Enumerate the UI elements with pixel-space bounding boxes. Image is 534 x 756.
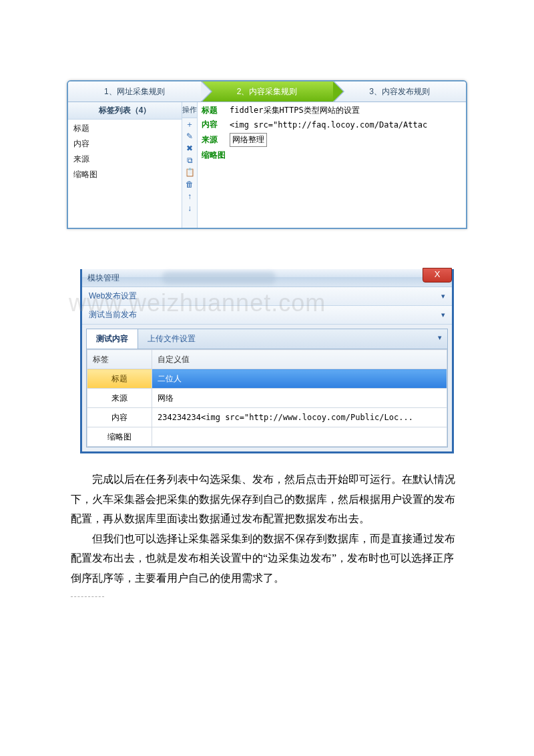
trash-icon[interactable]: 🗑 [182,178,197,190]
tag-list-item[interactable]: 内容 [72,136,178,152]
preview-value-title: fiddler采集HTTPS类型网站的设置 [230,105,462,116]
inner-panel: 测试内容 上传文件设置 ▾ 标签 自定义值 标题 二位人 [86,329,448,447]
grid-cell-value[interactable]: 二位人 [152,369,447,389]
accordion-web-publish[interactable]: Web发布设置 ▾ [82,287,452,306]
grid-row[interactable]: 缩略图 [87,427,447,447]
wizard-step-2[interactable]: 2、内容采集规则 [201,81,334,102]
wizard-step-1-label: 1、网址采集规则 [104,86,165,98]
preview-label-title: 标题 [202,105,230,116]
tag-list-item[interactable]: 缩略图 [72,167,178,182]
accordion-web-publish-label: Web发布设置 [89,291,137,302]
edit-icon[interactable]: ✎ [182,130,197,142]
content-rule-editor-window: 1、网址采集规则 2、内容采集规则 3、内容发布规则 标签列表（4） 标题 内容… [67,80,467,229]
tab-upload-settings-label: 上传文件设置 [148,334,196,343]
chevron-down-icon[interactable]: ▾ [433,329,447,349]
copy-icon[interactable]: ⧉ [182,154,197,166]
wizard-step-1[interactable]: 1、网址采集规则 [68,81,201,102]
grid-row-selected[interactable]: 标题 二位人 [87,369,447,389]
grid-header-value: 自定义值 [152,350,447,369]
operations-column: 操作 ＋ ✎ ✖ ⧉ 📋 🗑 ↑ ↓ [182,102,198,228]
tag-list-item[interactable]: 标题 [72,121,178,136]
paragraph: 但我们也可以选择让采集器采集到的数据不保存到数据库，而是直接通过发布配置发布出去… [71,529,463,588]
tab-bar: 测试内容 上传文件设置 ▾ [87,329,447,349]
test-content-grid: 标签 自定义值 标题 二位人 来源 网络 内容 234234234<img sr… [87,349,447,447]
paragraph: 完成以后在任务列表中勾选采集、发布，然后点击开始即可运行。在默认情况下，火车采集… [71,469,463,529]
article-body: 完成以后在任务列表中勾选采集、发布，然后点击开始即可运行。在默认情况下，火车采集… [67,453,467,597]
preview-panel: 标题 fiddler采集HTTPS类型网站的设置 内容 <img src="ht… [198,102,466,228]
tab-test-content[interactable]: 测试内容 [87,329,138,349]
grid-row[interactable]: 来源 网络 [87,389,447,408]
preview-label-thumb: 缩略图 [202,150,230,161]
tag-list-header: 标签列表（4） [68,102,182,120]
tag-list-panel: 标签列表（4） 标题 内容 来源 缩略图 [68,102,182,228]
accordion-test-publish-label: 测试当前发布 [89,309,137,321]
paste-icon[interactable]: 📋 [182,166,197,178]
delete-icon[interactable]: ✖ [182,142,197,154]
grid-cell-value[interactable] [152,427,447,447]
add-icon[interactable]: ＋ [182,118,197,130]
window-title: 模块管理 [87,272,119,284]
preview-value-source[interactable]: 网络整理 [230,133,267,147]
grid-row[interactable]: 内容 234234234<img src="http://www.locoy.c… [87,408,447,427]
module-manager-window: www.weizhuannet.com 模块管理 X Web发布设置 ▾ 测试当… [80,269,454,453]
grid-header-tag: 标签 [87,350,152,369]
preview-label-content: 内容 [202,119,230,130]
preview-label-source: 来源 [202,134,230,146]
close-button[interactable]: X [423,268,452,282]
grid-cell-key: 内容 [87,408,152,427]
chevron-down-icon: ▾ [441,311,445,319]
tab-test-content-label: 测试内容 [96,334,128,343]
wizard-step-3-label: 3、内容发布规则 [369,86,430,98]
close-icon: X [435,269,441,279]
grid-cell-value[interactable]: 网络 [152,389,447,408]
grid-cell-value[interactable]: 234234234<img src="http://www.locoy.com/… [152,408,447,427]
preview-value-content: <img src="http://faq.locoy.com/Data/Atta… [230,120,462,130]
operations-header: 操作 [182,102,197,118]
wizard-steps: 1、网址采集规则 2、内容采集规则 3、内容发布规则 [68,81,466,102]
wizard-step-2-label: 2、内容采集规则 [237,86,298,98]
grid-cell-key: 标题 [87,369,152,389]
move-down-icon[interactable]: ↓ [182,202,197,214]
accordion-test-publish[interactable]: 测试当前发布 ▾ [82,306,452,325]
tab-upload-settings[interactable]: 上传文件设置 [138,329,205,349]
tag-list-item[interactable]: 来源 [72,152,178,167]
divider [71,596,104,597]
chevron-down-icon: ▾ [441,292,445,301]
wizard-step-3[interactable]: 3、内容发布规则 [333,81,466,102]
grid-cell-key: 缩略图 [87,427,152,447]
tag-list-body: 标题 内容 来源 缩略图 [68,120,182,184]
blurred-region [162,272,276,284]
grid-header-row: 标签 自定义值 [87,350,447,369]
titlebar: 模块管理 X [82,269,452,287]
move-up-icon[interactable]: ↑ [182,190,197,202]
grid-cell-key: 来源 [87,389,152,408]
